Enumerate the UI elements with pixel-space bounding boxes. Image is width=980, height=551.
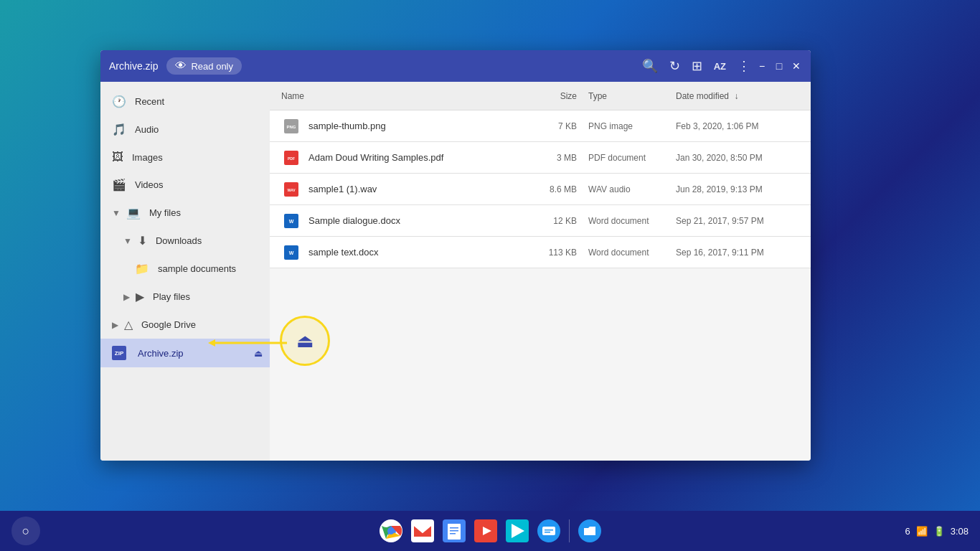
videos-icon: 🎬 [112, 178, 126, 192]
sidebar-item-audio[interactable]: 🎵 Audio [100, 116, 270, 143]
svg-text:W: W [289, 250, 294, 255]
google-drive-chevron: ▶ [112, 320, 118, 330]
file-name: sample-thumb.png [308, 121, 512, 131]
taskbar-app-chrome[interactable] [377, 517, 405, 545]
svg-point-14 [387, 527, 395, 534]
svg-rect-18 [450, 527, 458, 529]
maximize-button[interactable]: □ [773, 60, 785, 72]
my-files-chevron: ▼ [112, 208, 121, 218]
svg-rect-26 [542, 527, 555, 535]
file-name: sample text.docx [308, 247, 512, 258]
file-date: Sep 16, 2017, 9:11 PM [670, 248, 799, 258]
file-date: Feb 3, 2020, 1:06 PM [670, 121, 799, 131]
taskbar-divider [569, 519, 570, 542]
sort-az-icon[interactable]: AZ [714, 61, 726, 72]
file-icon-pdf: PDF [281, 148, 301, 168]
read-only-label: Read only [191, 61, 233, 72]
file-size: 12 KB [512, 216, 577, 226]
file-icon-word: W [281, 211, 301, 231]
taskbar-app-messages[interactable] [534, 517, 563, 545]
app-window: Archive.zip 👁 Read only 🔍 ↻ ⊞ AZ ⋮ − □ ✕ [100, 50, 811, 461]
status-number: 6 [905, 526, 910, 537]
svg-rect-19 [450, 530, 458, 532]
sidebar-label-archive-zip: Archive.zip [138, 348, 184, 359]
sidebar: 🕐 Recent 🎵 Audio 🖼 Images 🎬 Videos [100, 82, 270, 461]
sidebar-item-recent[interactable]: 🕐 Recent [100, 88, 270, 116]
svg-text:PDF: PDF [288, 156, 295, 161]
sidebar-item-videos[interactable]: 🎬 Videos [100, 171, 270, 199]
taskbar-right: 6 📶 🔋 3:08 [905, 526, 969, 537]
taskbar-app-docs[interactable] [440, 517, 468, 545]
table-row[interactable]: W sample text.docx 113 KB Word document … [270, 237, 811, 268]
sidebar-label-images: Images [132, 152, 163, 163]
file-name: Sample dialogue.docx [308, 215, 512, 226]
sidebar-item-my-files[interactable]: ▼ 💻 My files [100, 199, 270, 227]
refresh-icon[interactable]: ↻ [669, 58, 680, 74]
google-drive-icon: △ [124, 318, 133, 331]
sidebar-label-my-files: My files [149, 207, 181, 218]
downloads-icon: ⬇ [138, 234, 147, 248]
sidebar-item-google-drive[interactable]: ▶ △ Google Drive [100, 311, 270, 339]
file-size: 3 MB [512, 153, 577, 163]
sidebar-item-downloads[interactable]: ▼ ⬇ Downloads [100, 227, 270, 255]
sidebar-item-archive-zip[interactable]: ZIP Archive.zip ⏏ [100, 339, 270, 367]
sidebar-item-sample-documents[interactable]: 📁 sample documents [100, 255, 270, 283]
title-bar-actions: 🔍 ↻ ⊞ AZ ⋮ [642, 58, 750, 74]
audio-icon: 🎵 [112, 123, 126, 136]
downloads-chevron: ▼ [123, 236, 132, 246]
file-type: WAV audio [577, 184, 670, 194]
sidebar-item-images[interactable]: 🖼 Images [100, 143, 270, 171]
table-row[interactable]: WAV sample1 (1).wav 8.6 MB WAV audio Jun… [270, 174, 811, 205]
recent-icon: 🕐 [112, 95, 126, 108]
window-controls: − □ ✕ [756, 60, 802, 72]
search-icon[interactable]: 🔍 [642, 58, 658, 74]
desktop: Archive.zip 👁 Read only 🔍 ↻ ⊞ AZ ⋮ − □ ✕ [0, 0, 980, 551]
file-date: Jan 30, 2020, 8:50 PM [670, 153, 799, 163]
sidebar-label-recent: Recent [135, 96, 164, 107]
eject-icon[interactable]: ⏏ [254, 348, 263, 359]
file-icon-png: PNG [281, 116, 301, 136]
file-type: Word document [577, 248, 670, 258]
more-options-icon[interactable]: ⋮ [738, 58, 750, 74]
col-header-date[interactable]: Date modified ↓ [670, 91, 799, 101]
read-only-badge[interactable]: 👁 Read only [166, 57, 242, 75]
taskbar: ○ [0, 511, 980, 551]
svg-rect-28 [545, 532, 550, 533]
sidebar-item-play-files[interactable]: ▶ ▶ Play files [100, 283, 270, 311]
taskbar-app-files[interactable] [575, 517, 604, 545]
taskbar-app-youtube[interactable] [471, 517, 500, 545]
title-bar: Archive.zip 👁 Read only 🔍 ↻ ⊞ AZ ⋮ − □ ✕ [100, 50, 811, 82]
minimize-button[interactable]: − [756, 60, 768, 72]
launcher-icon[interactable]: ○ [11, 517, 40, 545]
table-row[interactable]: W Sample dialogue.docx 12 KB Word docume… [270, 205, 811, 237]
taskbar-app-play[interactable] [503, 517, 532, 545]
table-row[interactable]: PDF Adam Doud Writing Samples.pdf 3 MB P… [270, 142, 811, 174]
sidebar-label-videos: Videos [135, 179, 164, 190]
file-type: Word document [577, 216, 670, 226]
svg-text:PNG: PNG [286, 125, 296, 129]
sidebar-label-play-files: Play files [153, 291, 190, 302]
taskbar-center [377, 517, 604, 545]
svg-text:WAV: WAV [287, 188, 296, 192]
taskbar-app-gmail[interactable] [408, 517, 437, 545]
svg-text:W: W [289, 219, 294, 224]
col-header-size[interactable]: Size [512, 91, 577, 101]
file-name: sample1 (1).wav [308, 184, 512, 194]
col-header-name[interactable]: Name [281, 91, 512, 101]
archive-zip-icon: ZIP [112, 346, 126, 360]
file-list: PNG sample-thumb.png 7 KB PNG image Feb … [270, 110, 811, 461]
play-files-icon: ▶ [136, 290, 144, 303]
file-size: 7 KB [512, 121, 577, 131]
clock: 3:08 [951, 526, 969, 537]
sidebar-label-google-drive: Google Drive [141, 319, 196, 330]
close-button[interactable]: ✕ [791, 60, 802, 72]
svg-rect-27 [545, 529, 553, 531]
file-date: Sep 21, 2017, 9:57 PM [670, 216, 799, 226]
svg-rect-20 [450, 533, 456, 534]
sample-documents-icon: 📁 [135, 262, 149, 276]
col-header-type[interactable]: Type [577, 91, 670, 101]
window-title: Archive.zip [109, 60, 158, 72]
grid-view-icon[interactable]: ⊞ [692, 58, 702, 74]
sidebar-label-sample-documents: sample documents [158, 263, 236, 274]
table-row[interactable]: PNG sample-thumb.png 7 KB PNG image Feb … [270, 110, 811, 142]
